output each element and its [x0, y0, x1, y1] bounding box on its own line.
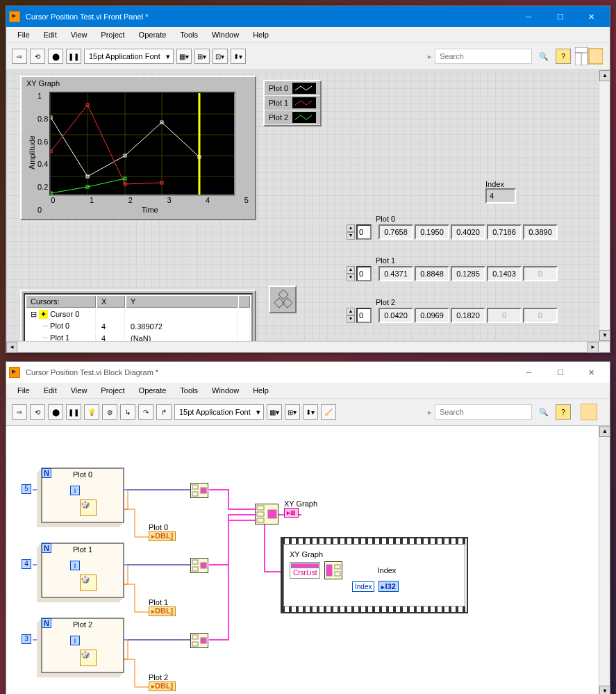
plot-area[interactable]: [49, 92, 235, 196]
step-into-button[interactable]: ↳: [120, 404, 135, 420]
scroll-left-icon[interactable]: ◄: [6, 342, 17, 353]
minimize-button[interactable]: ─: [513, 362, 544, 383]
plot1-array[interactable]: Plot 1 ▲▼ 0 0.4371 0.8848 0.1285 0.1403 …: [347, 256, 558, 283]
run-button[interactable]: ⇨: [12, 49, 27, 64]
vi-icon-pane[interactable]: [574, 46, 604, 67]
array-index[interactable]: 0: [356, 224, 372, 240]
for-loop[interactable]: N Plot 1 i 🎲: [41, 543, 124, 598]
n-constant[interactable]: 5: [22, 484, 31, 494]
array-cell[interactable]: 0.4371: [378, 266, 413, 281]
vi-icon[interactable]: [574, 402, 604, 422]
array-cell[interactable]: 0.1403: [487, 266, 522, 281]
menu-project[interactable]: Project: [95, 28, 130, 41]
menu-file[interactable]: File: [12, 28, 35, 41]
build-array-node[interactable]: [255, 504, 278, 524]
scroll-right-icon[interactable]: ►: [588, 342, 599, 353]
plot2-array[interactable]: Plot 2 ▲▼ 0 0.0420 0.0969 0.1820 0 0: [347, 298, 558, 324]
close-button[interactable]: ✕: [576, 362, 607, 383]
search-input[interactable]: [435, 404, 532, 420]
array-cell[interactable]: 0.0420: [378, 308, 413, 323]
menu-file[interactable]: File: [12, 384, 35, 397]
index-spinner[interactable]: ▲▼: [347, 308, 355, 323]
distribute-button[interactable]: ⊞▾: [194, 49, 210, 64]
font-selector[interactable]: 15pt Application Font: [174, 404, 264, 420]
cursor-legend[interactable]: Cursors:XY ⊟ ✦ Cursor 0 ┈ Plot 040.38907…: [20, 290, 256, 341]
menu-project[interactable]: Project: [95, 384, 130, 397]
step-over-button[interactable]: ↷: [138, 404, 153, 420]
menu-edit[interactable]: Edit: [38, 384, 63, 397]
scroll-up-icon[interactable]: ▲: [599, 70, 610, 81]
index-spinner[interactable]: ▲▼: [347, 224, 355, 240]
horizontal-scrollbar[interactable]: ◄ ►: [6, 341, 610, 352]
dice-icon[interactable]: 🎲: [80, 650, 97, 666]
array-cell[interactable]: 0.7186: [487, 224, 522, 240]
run-continuous-button[interactable]: ⟲: [30, 49, 45, 64]
xy-graph-terminal[interactable]: XY Graph ▸⊞: [284, 499, 317, 516]
legend-item[interactable]: Plot 2: [265, 110, 320, 125]
dice-icon[interactable]: 🎲: [80, 575, 97, 591]
cursor-row[interactable]: ⊟ ✦ Cursor 0: [26, 309, 250, 320]
reorder-button[interactable]: ⬍▾: [231, 49, 246, 64]
block-diagram-canvas[interactable]: 5 N Plot 0 i 🎲 Plot 0 ▸DBL] 4 N Plot 1 i…: [6, 426, 610, 694]
retain-wire-button[interactable]: ⊚: [102, 404, 117, 420]
n-constant[interactable]: 3: [22, 634, 31, 644]
index-spinner[interactable]: ▲▼: [347, 266, 355, 281]
plot0-array[interactable]: Plot 0 ▲▼ 0 0.7658 0.1950 0.4020 0.7186 …: [347, 215, 558, 241]
array-index[interactable]: 0: [356, 308, 372, 323]
menu-operate[interactable]: Operate: [133, 28, 172, 41]
menu-operate[interactable]: Operate: [133, 384, 172, 397]
step-out-button[interactable]: ↱: [156, 404, 172, 420]
align-button[interactable]: ▦▾: [176, 49, 192, 64]
for-loop[interactable]: N Plot 0 i 🎲: [41, 468, 124, 523]
menu-view[interactable]: View: [65, 28, 93, 41]
pause-button[interactable]: ❚❚: [66, 49, 81, 64]
index-terminal[interactable]: ▸I32: [378, 581, 398, 592]
legend-item[interactable]: Plot 1: [265, 96, 320, 110]
bundle-node[interactable]: [190, 633, 208, 648]
search-input[interactable]: [435, 49, 532, 64]
maximize-button[interactable]: ☐: [544, 6, 576, 27]
scroll-down-icon[interactable]: ▼: [599, 330, 610, 341]
array-cell[interactable]: 0.1950: [415, 224, 449, 240]
close-button[interactable]: ✕: [576, 6, 607, 27]
dice-icon[interactable]: 🎲: [80, 499, 97, 516]
bundle-node[interactable]: [190, 558, 208, 573]
plot1-indicator[interactable]: Plot 1 ▸DBL]: [149, 598, 176, 615]
bd-titlebar[interactable]: Cursor Position Test.vi Block Diagram * …: [6, 362, 610, 383]
n-constant[interactable]: 4: [22, 559, 31, 569]
menu-view[interactable]: View: [65, 384, 93, 397]
run-button[interactable]: ⇨: [12, 404, 27, 420]
unbundle-node[interactable]: [324, 561, 342, 579]
bundle-node[interactable]: [190, 483, 208, 498]
menu-help[interactable]: Help: [247, 384, 274, 397]
unbundle-element[interactable]: Index: [352, 581, 374, 592]
scroll-up-icon[interactable]: ▲: [599, 426, 610, 437]
array-cell[interactable]: 0.4020: [451, 224, 485, 240]
array-cell[interactable]: 0.1285: [451, 266, 485, 281]
plot0-indicator[interactable]: Plot 0 ▸DBL]: [149, 523, 176, 540]
array-cell[interactable]: 0: [487, 308, 522, 323]
plot2-indicator[interactable]: Plot 2 ▸DBL]: [149, 673, 176, 690]
array-cell[interactable]: 0.7658: [378, 224, 413, 240]
highlight-button[interactable]: 💡: [84, 404, 99, 420]
array-index[interactable]: 0: [356, 266, 372, 281]
menu-tools[interactable]: Tools: [174, 28, 203, 41]
cleanup-button[interactable]: 🧹: [321, 404, 336, 420]
sequence-structure[interactable]: XY Graph CrsrList Index Index ▸I32: [281, 537, 468, 613]
search-icon[interactable]: 🔍: [539, 408, 549, 417]
help-button[interactable]: ?: [556, 404, 571, 420]
property-node[interactable]: CrsrList: [290, 562, 320, 579]
array-cell[interactable]: 0: [523, 266, 558, 281]
cursor-subrow[interactable]: ┈ Plot 040.389072: [26, 321, 250, 331]
resize-button[interactable]: ⊡▾: [213, 49, 228, 64]
graph-palette[interactable]: [269, 286, 297, 313]
array-cell[interactable]: 0: [523, 308, 558, 323]
array-cell[interactable]: 0.0969: [415, 308, 449, 323]
menu-window[interactable]: Window: [206, 384, 244, 397]
plot-legend[interactable]: Plot 0 Plot 1 Plot 2: [263, 80, 322, 126]
menu-help[interactable]: Help: [247, 28, 274, 41]
minimize-button[interactable]: ─: [513, 6, 544, 27]
run-continuous-button[interactable]: ⟲: [30, 404, 45, 420]
maximize-button[interactable]: ☐: [544, 362, 576, 383]
cursor-subrow[interactable]: ┈ Plot 14(NaN): [26, 333, 250, 341]
